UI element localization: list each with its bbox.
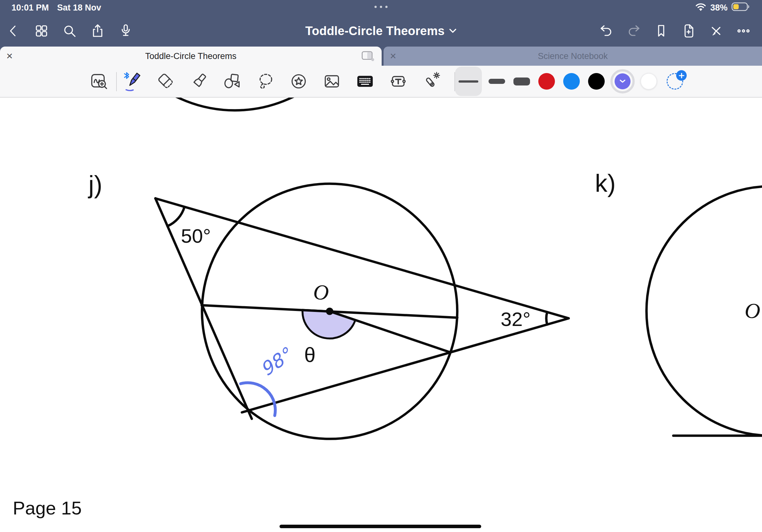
problem-k-center-O-label: O xyxy=(744,299,760,323)
chevron-down-icon xyxy=(449,29,457,33)
thumbnails-button[interactable] xyxy=(34,23,49,38)
image-tool-icon[interactable] xyxy=(315,65,348,97)
text-tool-icon[interactable] xyxy=(382,65,415,97)
battery-icon xyxy=(731,2,750,14)
clock: 10:01 PM xyxy=(12,3,49,13)
battery-percent: 38% xyxy=(710,3,727,13)
wifi-icon xyxy=(695,2,707,13)
color-swatch-red[interactable] xyxy=(534,65,559,97)
undo-button[interactable] xyxy=(599,23,614,38)
highlighter-tool-icon[interactable] xyxy=(183,65,216,97)
selected-thickness-highlight xyxy=(455,67,482,96)
previous-problem-circle-arc xyxy=(103,98,367,110)
angle-50-label: 50° xyxy=(181,225,211,247)
thickness-option-medium[interactable] xyxy=(485,65,509,97)
angle-32-label: 32° xyxy=(501,308,531,330)
stylus-disable-button[interactable] xyxy=(708,23,724,38)
problem-k-label: k) xyxy=(595,169,616,197)
zoom-writing-tool-icon[interactable] xyxy=(83,65,116,97)
drawing-toolbar xyxy=(0,66,762,98)
shapes-tool-icon[interactable] xyxy=(216,65,249,97)
handwritten-98-label: 98° xyxy=(256,343,296,380)
tab-label: Toddle-Circle Theorems xyxy=(0,51,382,61)
center-point-O xyxy=(326,308,334,315)
bookmark-button[interactable] xyxy=(653,23,669,38)
navigation-bar: Toddle-Circle Theorems xyxy=(0,15,762,46)
laser-pointer-tool-icon[interactable] xyxy=(415,65,448,97)
color-swatch-blue[interactable] xyxy=(559,65,584,97)
redo-button[interactable] xyxy=(626,23,642,38)
back-button[interactable] xyxy=(6,23,21,38)
more-options-button[interactable] xyxy=(736,23,751,38)
ipad-screen: 10:01 PM Sat 18 Nov 38% xyxy=(0,0,762,532)
multitasking-dots-icon[interactable] xyxy=(375,6,388,8)
angle-arc-50 xyxy=(168,207,185,226)
page-number-label: Page 15 xyxy=(13,498,82,518)
problem-j-label: j) xyxy=(88,170,102,199)
keyboard-tool-icon[interactable] xyxy=(348,65,382,97)
tab-active-document[interactable]: ✕ Toddle-Circle Theorems xyxy=(0,46,382,66)
document-title[interactable]: Toddle-Circle Theorems xyxy=(305,24,445,38)
home-indicator[interactable] xyxy=(279,525,481,528)
add-page-button[interactable] xyxy=(681,23,696,38)
status-bar: 10:01 PM Sat 18 Nov 38% xyxy=(0,0,762,15)
plus-icon xyxy=(676,70,687,81)
angle-arc-32 xyxy=(546,312,547,325)
color-swatch-purple-selected[interactable] xyxy=(609,65,636,97)
toolbar-separator xyxy=(454,72,455,91)
share-button[interactable] xyxy=(90,23,105,38)
add-color-button[interactable] xyxy=(661,65,689,97)
microphone-button[interactable] xyxy=(118,23,133,38)
color-swatch-black[interactable] xyxy=(584,65,609,97)
tab-science-notebook[interactable]: ✕ Science Notebook xyxy=(384,46,762,66)
date: Sat 18 Nov xyxy=(57,3,101,13)
thickness-option-thick[interactable] xyxy=(509,65,534,97)
secant-bottom xyxy=(242,318,569,412)
add-color-dashed-icon xyxy=(667,73,683,90)
close-tab-icon[interactable]: ✕ xyxy=(0,51,19,61)
center-O-label: O xyxy=(313,280,329,304)
note-page-canvas[interactable]: j) 50° 32° O θ 98° k) O Page 15 xyxy=(0,98,762,532)
theta-label: θ xyxy=(304,344,316,366)
eraser-tool-icon[interactable] xyxy=(149,65,183,97)
split-view-icon[interactable] xyxy=(361,50,375,63)
tab-bar: ✕ Toddle-Circle Theorems ✕ Science Noteb… xyxy=(0,46,762,66)
close-tab-icon[interactable]: ✕ xyxy=(384,51,403,61)
pen-tool-icon[interactable] xyxy=(116,65,149,97)
search-button[interactable] xyxy=(62,23,77,38)
tab-label: Science Notebook xyxy=(384,51,762,61)
color-swatch-white[interactable] xyxy=(636,65,661,97)
chevron-down-icon xyxy=(619,79,626,84)
thickness-option-thin[interactable] xyxy=(452,65,485,97)
secant-top xyxy=(155,198,569,318)
elements-sticker-tool-icon[interactable] xyxy=(282,65,315,97)
toolbar-separator xyxy=(116,72,117,91)
lasso-tool-icon[interactable] xyxy=(249,65,282,97)
geometry-figures: j) 50° 32° O θ 98° k) O Page 15 xyxy=(0,98,762,532)
